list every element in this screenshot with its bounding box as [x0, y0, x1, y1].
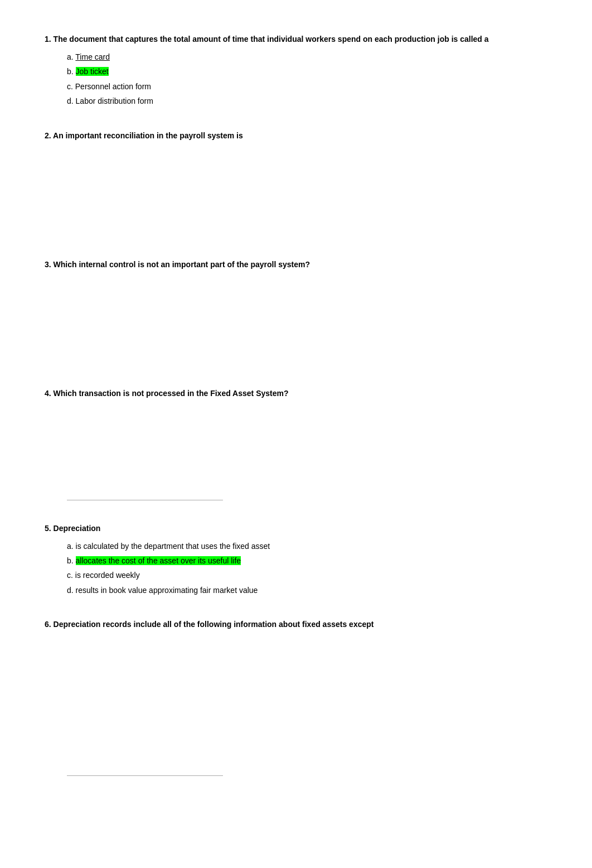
question-4-text: 4. Which transaction is not processed in… — [45, 388, 547, 399]
question-1-text: 1. The document that captures the total … — [45, 33, 547, 45]
question-1: 1. The document that captures the total … — [45, 33, 547, 108]
question-4-spacer — [45, 405, 547, 494]
question-3-text: 3. Which internal control is not an impo… — [45, 259, 547, 271]
divider-4 — [67, 500, 223, 500]
option-1b: b. Job ticket — [67, 65, 547, 78]
option-5d: d. results in book value approximating f… — [67, 584, 547, 596]
question-1-options: a. Time card b. Job ticket c. Personnel … — [45, 51, 547, 108]
option-5a: a. is calculated by the department that … — [67, 540, 547, 552]
question-6: 6. Depreciation records include all of t… — [45, 619, 547, 776]
option-1a: a. Time card — [67, 51, 547, 63]
question-5-text: 5. Depreciation — [45, 523, 547, 534]
option-5b: b. allocates the cost of the asset over … — [67, 554, 547, 567]
question-5-options: a. is calculated by the department that … — [45, 540, 547, 597]
divider-6 — [67, 775, 223, 776]
question-3: 3. Which internal control is not an impo… — [45, 259, 547, 365]
option-1c: c. Personnel action form — [67, 80, 547, 93]
question-4: 4. Which transaction is not processed in… — [45, 388, 547, 500]
question-2-spacer — [45, 147, 547, 237]
question-2-text: 2. An important reconciliation in the pa… — [45, 130, 547, 142]
question-2: 2. An important reconciliation in the pa… — [45, 130, 547, 237]
question-3-spacer — [45, 276, 547, 365]
question-5: 5. Depreciation a. is calculated by the … — [45, 523, 547, 597]
option-1d: d. Labor distribution form — [67, 95, 547, 107]
option-5c: c. is recorded weekly — [67, 569, 547, 581]
question-6-text: 6. Depreciation records include all of t… — [45, 619, 547, 630]
question-6-spacer — [45, 636, 547, 725]
